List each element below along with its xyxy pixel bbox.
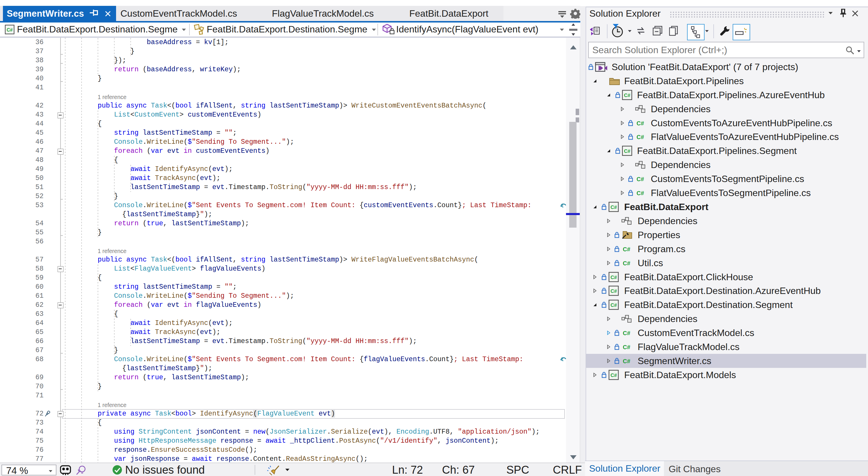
svg-text:C#: C# bbox=[7, 27, 13, 32]
